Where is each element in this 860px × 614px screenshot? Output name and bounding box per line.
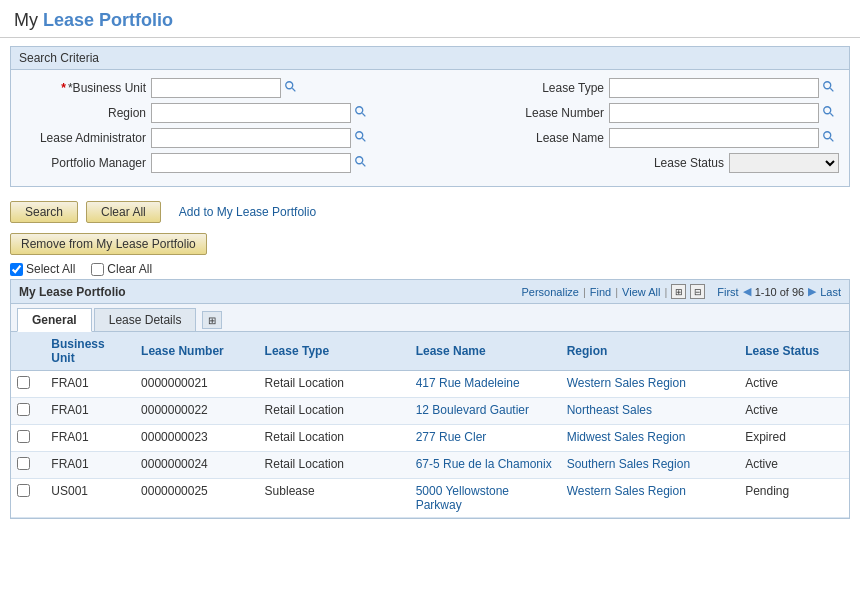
clear-all-checkbox[interactable] — [91, 263, 104, 276]
lease-name-input[interactable] — [609, 128, 819, 148]
search-form: **Business Unit Lease Type — [11, 70, 849, 186]
svg-point-2 — [824, 81, 831, 88]
cell-region[interactable]: Western Sales Region — [561, 479, 739, 518]
region-input[interactable] — [151, 103, 351, 123]
lease-name-link[interactable]: 67-5 Rue de la Chamonix — [416, 457, 552, 471]
grid-header-bar: My Lease Portfolio Personalize | Find | … — [11, 280, 849, 304]
lease-status-select[interactable]: Active Expired Pending — [729, 153, 839, 173]
portfolio-manager-input[interactable] — [151, 153, 351, 173]
region-link[interactable]: Western Sales Region — [567, 376, 686, 390]
lease-admin-lookup-button[interactable] — [351, 130, 371, 147]
col-header-business-unit: Business Unit — [45, 332, 135, 371]
row-checkbox[interactable] — [17, 376, 30, 389]
tab-lease-details[interactable]: Lease Details — [94, 308, 197, 331]
page-title: My Lease Portfolio — [0, 0, 860, 38]
svg-point-8 — [356, 131, 363, 138]
nav-prev[interactable]: ◀ — [743, 285, 751, 298]
table-header-row: Business Unit Lease Number Lease Type Le… — [11, 332, 849, 371]
remove-from-portfolio-button[interactable]: Remove from My Lease Portfolio — [10, 233, 207, 255]
select-all-bar: Select All Clear All — [0, 259, 860, 279]
lease-type-col: Lease Type — [430, 78, 839, 98]
cell-lease-number: 0000000021 — [135, 371, 259, 398]
cell-lease-status: Active — [739, 371, 849, 398]
row-checkbox[interactable] — [17, 430, 30, 443]
lease-type-lookup-button[interactable] — [819, 80, 839, 97]
lease-type-label: Lease Type — [509, 81, 609, 95]
cell-region[interactable]: Midwest Sales Region — [561, 425, 739, 452]
row-checkbox[interactable] — [17, 403, 30, 416]
form-row-3: Lease Administrator Lease Name — [21, 128, 839, 148]
lease-number-label: Lease Number — [509, 106, 609, 120]
region-link[interactable]: Western Sales Region — [567, 484, 686, 498]
lease-name-lookup-button[interactable] — [819, 130, 839, 147]
grid-icon-2[interactable]: ⊟ — [690, 284, 705, 299]
form-row-1: **Business Unit Lease Type — [21, 78, 839, 98]
lease-name-link[interactable]: 12 Boulevard Gautier — [416, 403, 529, 417]
cell-lease-name[interactable]: 5000 Yellowstone Parkway — [410, 479, 561, 518]
lookup-icon — [354, 155, 368, 169]
portfolio-manager-label: Portfolio Manager — [21, 156, 151, 170]
select-all-checkbox[interactable] — [10, 263, 23, 276]
table-row: US0010000000025Sublease5000 Yellowstone … — [11, 479, 849, 518]
lease-name-link[interactable]: 417 Rue Madeleine — [416, 376, 520, 390]
cell-region[interactable]: Western Sales Region — [561, 371, 739, 398]
personalize-link[interactable]: Personalize — [521, 286, 578, 298]
col-header-lease-name: Lease Name — [410, 332, 561, 371]
portfolio-manager-lookup-button[interactable] — [351, 155, 371, 172]
nav-next[interactable]: ▶ — [808, 285, 816, 298]
cell-business-unit: US001 — [45, 479, 135, 518]
add-to-portfolio-link[interactable]: Add to My Lease Portfolio — [179, 205, 316, 219]
grid-icon-1[interactable]: ⊞ — [671, 284, 686, 299]
cell-lease-name[interactable]: 417 Rue Madeleine — [410, 371, 561, 398]
lease-status-col: Lease Status Active Expired Pending — [430, 153, 839, 173]
table-row: FRA010000000024Retail Location67-5 Rue d… — [11, 452, 849, 479]
search-button[interactable]: Search — [10, 201, 78, 223]
lease-admin-label: Lease Administrator — [21, 131, 151, 145]
select-all-label[interactable]: Select All — [10, 262, 75, 276]
row-checkbox[interactable] — [17, 457, 30, 470]
cell-lease-status: Active — [739, 398, 849, 425]
tab-general[interactable]: General — [17, 308, 92, 332]
cell-lease-type: Retail Location — [259, 452, 410, 479]
svg-line-13 — [362, 163, 365, 166]
cell-region[interactable]: Northeast Sales — [561, 398, 739, 425]
search-criteria-header: Search Criteria — [11, 47, 849, 70]
first-link[interactable]: First — [717, 286, 738, 298]
cell-lease-type: Retail Location — [259, 371, 410, 398]
cell-lease-type: Retail Location — [259, 425, 410, 452]
region-link[interactable]: Northeast Sales — [567, 403, 652, 417]
lease-admin-input[interactable] — [151, 128, 351, 148]
lease-number-input[interactable] — [609, 103, 819, 123]
lookup-icon — [354, 130, 368, 144]
search-criteria-panel: Search Criteria **Business Unit Lease Ty — [10, 46, 850, 187]
cell-lease-name[interactable]: 277 Rue Cler — [410, 425, 561, 452]
view-all-link[interactable]: View All — [622, 286, 660, 298]
region-lookup-button[interactable] — [351, 105, 371, 122]
cell-lease-status: Pending — [739, 479, 849, 518]
lease-name-link[interactable]: 277 Rue Cler — [416, 430, 487, 444]
cell-region[interactable]: Southern Sales Region — [561, 452, 739, 479]
region-link[interactable]: Midwest Sales Region — [567, 430, 686, 444]
grid-nav: Personalize | Find | View All | ⊞ ⊟ Firs… — [521, 284, 841, 299]
svg-line-5 — [362, 113, 365, 116]
clear-all-label[interactable]: Clear All — [91, 262, 152, 276]
business-unit-lookup-button[interactable] — [281, 80, 301, 97]
row-checkbox[interactable] — [17, 484, 30, 497]
region-link[interactable]: Southern Sales Region — [567, 457, 690, 471]
lease-name-col: Lease Name — [430, 128, 839, 148]
portfolio-manager-col: Portfolio Manager — [21, 153, 430, 173]
business-unit-input[interactable] — [151, 78, 281, 98]
lookup-icon — [354, 105, 368, 119]
cell-lease-name[interactable]: 12 Boulevard Gautier — [410, 398, 561, 425]
clear-all-button[interactable]: Clear All — [86, 201, 161, 223]
lease-type-input[interactable] — [609, 78, 819, 98]
grid-section: My Lease Portfolio Personalize | Find | … — [10, 279, 850, 519]
lease-number-lookup-button[interactable] — [819, 105, 839, 122]
lookup-icon — [822, 80, 836, 94]
last-link[interactable]: Last — [820, 286, 841, 298]
svg-line-9 — [362, 138, 365, 141]
find-link[interactable]: Find — [590, 286, 611, 298]
cell-lease-name[interactable]: 67-5 Rue de la Chamonix — [410, 452, 561, 479]
tab-icon[interactable]: ⊞ — [202, 311, 222, 329]
lease-name-link[interactable]: 5000 Yellowstone Parkway — [416, 484, 509, 512]
